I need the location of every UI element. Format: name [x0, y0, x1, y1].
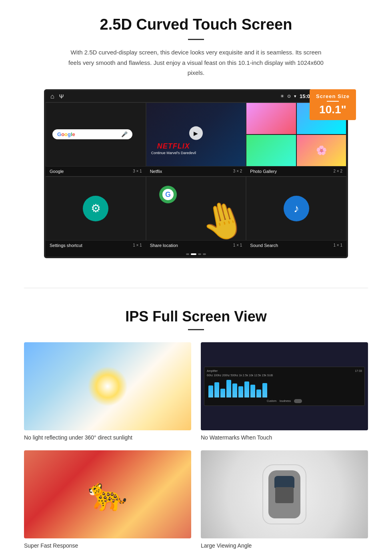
car-label: Large Viewing Angle [201, 542, 368, 549]
settings-size: 1 × 1 [133, 243, 142, 248]
sunlight-image [24, 342, 191, 430]
netflix-logo-overlay: NETFLIX Continue Marvel's Daredevil [151, 142, 196, 155]
sound-label-text: Sound Search [250, 243, 278, 248]
car-roof [275, 487, 294, 503]
amp-bar-2 [214, 382, 219, 397]
gallery-thumb-3 [246, 135, 296, 166]
section-divider [24, 288, 368, 288]
gallery-thumb-1 [246, 103, 296, 134]
amp-bar-7 [244, 381, 249, 397]
section1: 2.5D Curved Touch Screen With 2.5D curve… [0, 0, 392, 272]
amp-header: Amplifier 17:33 [207, 369, 362, 372]
car-image [201, 450, 368, 538]
netflix-label-text: Netflix [150, 169, 162, 174]
section1-underline [188, 39, 204, 40]
app-labels-row2: Settings shortcut 1 × 1 Share location 1… [46, 241, 346, 250]
sound-size: 1 × 1 [333, 243, 342, 248]
wifi-icon: ▾ [294, 94, 296, 99]
feature-car: Large Viewing Angle [201, 450, 368, 549]
car-body [268, 470, 300, 518]
usb-icon: Ψ [59, 93, 64, 100]
amp-time: 17:33 [355, 369, 362, 372]
google-label-text: Google [50, 169, 64, 174]
google-search-bar[interactable]: Google 🎤 [52, 129, 132, 139]
badge-label: Screen Size [316, 93, 350, 99]
home-icon: ⌂ [50, 93, 54, 100]
sound-search-cell[interactable]: ♪ [246, 177, 346, 241]
section2-title: IPS Full Screen View [24, 308, 368, 325]
section1-title: 2.5D Curved Touch Screen [24, 16, 368, 33]
section2: IPS Full Screen View No light reflecting… [0, 304, 392, 558]
location-icon: ⊙ [287, 94, 291, 99]
settings-label-text: Settings shortcut [50, 243, 82, 248]
google-logo: Google [57, 131, 75, 137]
sound-label: Sound Search 1 × 1 [246, 241, 346, 250]
app-grid-row2: ⚙ G 🤚 [46, 176, 346, 241]
dot-3 [198, 253, 201, 255]
feature-cheetah: 🐆 Super Fast Response [24, 450, 191, 549]
netflix-size: 3 × 2 [233, 169, 242, 174]
section2-underline [188, 329, 204, 330]
amp-bars [207, 377, 362, 397]
settings-icon: ⚙ [83, 196, 108, 221]
bluetooth-icon: ✳ [280, 94, 284, 99]
dot-1 [186, 253, 189, 255]
amp-footer: Custom loudness [207, 399, 362, 403]
section1-description: With 2.5D curved-display screen, this de… [64, 47, 328, 78]
app-grid-row1: Google 🎤 ▶ NETFLIX Continue Marvel's Dar… [46, 102, 346, 167]
dot-2 [191, 253, 196, 255]
gallery-label: Photo Gallery 2 × 2 [246, 167, 346, 176]
status-bar: ⌂ Ψ ✳ ⊙ ▾ 15:06 ⊡ ◁) ⊠ ▭ [46, 91, 346, 102]
amp-loudness-label: loudness [280, 399, 291, 402]
settings-label: Settings shortcut 1 × 1 [46, 241, 146, 250]
app-labels-row1: Google 3 × 1 Netflix 3 × 2 Photo Gallery… [46, 167, 346, 176]
car-container [268, 470, 300, 518]
sunlight-label: No light reflecting under 360° direct su… [24, 434, 191, 441]
netflix-logo-text: NETFLIX [151, 142, 196, 151]
settings-app-cell[interactable]: ⚙ [46, 177, 146, 241]
share-label-text: Share location [150, 243, 178, 248]
amp-bar-3 [220, 389, 225, 397]
amp-title: Amplifier [207, 369, 218, 372]
amplifier-image: Amplifier 17:33 60hz100hz200hz500hz1k2.5… [201, 342, 368, 430]
amplifier-label: No Watermarks When Touch [201, 434, 368, 441]
sunlight-glow [88, 366, 128, 406]
badge-size: 10.1" [316, 103, 350, 116]
maps-icon: G [158, 185, 178, 208]
device-screen: ⌂ Ψ ✳ ⊙ ▾ 15:06 ⊡ ◁) ⊠ ▭ [44, 89, 348, 258]
share-label: Share location 1 × 1 [146, 241, 246, 250]
play-button[interactable]: ▶ [189, 126, 203, 140]
google-app-cell[interactable]: Google 🎤 [46, 102, 146, 167]
feature-amplifier: Amplifier 17:33 60hz100hz200hz500hz1k2.5… [201, 342, 368, 441]
amp-bar-9 [256, 389, 261, 397]
gallery-thumb-4: 🌸 [297, 135, 346, 166]
google-size: 3 × 1 [133, 169, 142, 174]
amp-bar-5 [232, 383, 237, 397]
screen-size-badge: Screen Size 10.1" [310, 89, 356, 120]
cheetah-image: 🐆 [24, 450, 191, 538]
dot-4 [203, 253, 206, 255]
page-dots [46, 250, 346, 257]
amp-toggle[interactable] [294, 399, 302, 403]
hand-icon: 🤚 [196, 195, 246, 241]
sound-icon: ♪ [284, 196, 309, 221]
amp-custom-label: Custom [267, 399, 276, 402]
netflix-label: Netflix 3 × 2 [146, 167, 246, 176]
amp-bar-10 [262, 383, 267, 397]
page: 2.5D Curved Touch Screen With 2.5D curve… [0, 0, 392, 558]
car-windshield [274, 476, 294, 488]
svg-text:G: G [165, 191, 171, 199]
feature-sunlight: No light reflecting under 360° direct su… [24, 342, 191, 441]
cheetah-label: Super Fast Response [24, 542, 191, 549]
gallery-size: 2 × 2 [333, 169, 342, 174]
mic-icon: 🎤 [121, 131, 128, 137]
amp-bar-6 [238, 386, 243, 397]
cheetah-emoji: 🐆 [88, 476, 128, 513]
netflix-subtitle: Continue Marvel's Daredevil [151, 151, 196, 155]
netflix-app-cell[interactable]: ▶ NETFLIX Continue Marvel's Daredevil [146, 102, 246, 167]
amp-bar-1 [208, 385, 213, 397]
amp-bar-8 [250, 385, 255, 397]
share-size: 1 × 1 [233, 243, 242, 248]
share-location-cell[interactable]: G 🤚 [146, 177, 246, 241]
amp-freq-labels: 60hz100hz200hz500hz1k2.5k10k12.5k15kSUB [207, 374, 362, 377]
